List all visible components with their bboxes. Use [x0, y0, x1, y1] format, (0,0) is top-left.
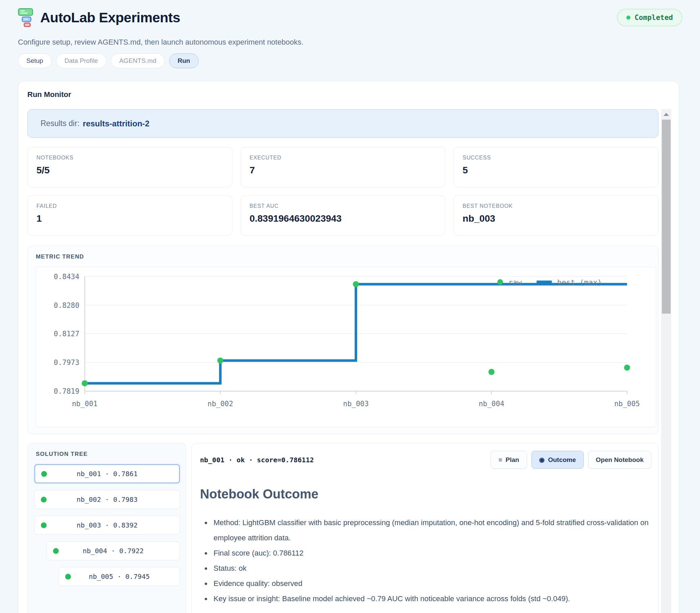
- stat-label: EXECUTED: [250, 155, 436, 161]
- stat-value: 7: [250, 165, 436, 176]
- app-header: AutoLab Experiments: [18, 8, 180, 27]
- svg-text:nb_001: nb_001: [72, 400, 98, 408]
- tab-data-profile[interactable]: Data Profile: [56, 53, 106, 68]
- stat-label: FAILED: [37, 203, 223, 209]
- stats-grid: NOTEBOOKS5/5EXECUTED7SUCCESS5FAILED1BEST…: [27, 147, 658, 236]
- plan-button[interactable]: ≡Plan: [490, 451, 527, 469]
- success-dot-icon: [41, 522, 47, 528]
- app-logo-icon: [18, 8, 34, 27]
- stat-label: BEST AUC: [250, 203, 436, 209]
- results-dir-banner: Results dir: results-attrition-2: [27, 109, 658, 138]
- detail-button-row: ≡Plan◉OutcomeOpen Notebook: [490, 451, 651, 469]
- page-title: AutoLab Experiments: [40, 10, 180, 26]
- success-dot-icon: [41, 471, 47, 477]
- scrollbar-thumb[interactable]: [662, 120, 671, 314]
- stat-card-best-auc: BEST AUC0.8391964630023943: [240, 195, 446, 236]
- tree-item-label: nb_004 · 0.7922: [83, 547, 144, 555]
- tree-item-label: nb_003 · 0.8392: [77, 521, 138, 529]
- metric-trend-plot: 0.84340.82800.81270.79730.7819nb_001nb_0…: [36, 266, 657, 427]
- status-badge: Completed: [617, 9, 683, 26]
- outcome-button[interactable]: ◉Outcome: [531, 451, 584, 469]
- solution-tree-list: nb_001 · 0.7861nb_002 · 0.7983nb_003 · 0…: [35, 464, 180, 593]
- run-monitor-title: Run Monitor: [27, 90, 71, 99]
- stat-value: 5: [462, 165, 649, 176]
- tree-item-nb-004[interactable]: nb_004 · 0.7922: [47, 542, 180, 560]
- stat-value: 5/5: [37, 165, 223, 176]
- open-notebook-button[interactable]: Open Notebook: [588, 451, 651, 469]
- legend-raw-icon: [497, 279, 503, 285]
- stat-card-best-notebook: BEST NOTEBOOKnb_003: [453, 195, 658, 236]
- outcome-bullet: Key issue or insight: Baseline model ach…: [211, 591, 651, 606]
- metric-trend-svg: 0.84340.82800.81270.79730.7819nb_001nb_0…: [36, 267, 656, 427]
- stat-value: 1: [37, 213, 223, 224]
- autolab-page: AutoLab Experiments Completed Configure …: [0, 0, 700, 613]
- outcome-icon: ◉: [539, 456, 545, 464]
- button-label: Plan: [505, 456, 519, 464]
- scrollbar[interactable]: [661, 109, 671, 613]
- page-subtitle: Configure setup, review AGENTS.md, then …: [18, 38, 303, 47]
- tree-item-label: nb_005 · 0.7945: [89, 572, 150, 581]
- status-dot-icon: [626, 15, 630, 19]
- outcome-bullet-list: Method: LightGBM classifier with basic p…: [200, 515, 651, 606]
- stat-value: nb_003: [462, 213, 649, 224]
- run-monitor-card: Run Monitor Results dir: results-attriti…: [18, 81, 679, 613]
- button-label: Open Notebook: [596, 456, 644, 464]
- tree-item-nb-002[interactable]: nb_002 · 0.7983: [35, 490, 180, 509]
- plan-icon: ≡: [498, 456, 502, 464]
- svg-text:0.8434: 0.8434: [54, 273, 79, 281]
- svg-text:0.7973: 0.7973: [54, 358, 79, 367]
- scrollbar-up-button[interactable]: [661, 109, 671, 119]
- svg-text:0.8127: 0.8127: [54, 330, 79, 338]
- stat-value: 0.8391964630023943: [250, 213, 436, 224]
- svg-text:nb_005: nb_005: [614, 400, 640, 408]
- stat-label: SUCCESS: [462, 155, 649, 161]
- stat-label: NOTEBOOKS: [37, 155, 223, 161]
- stat-card-notebooks: NOTEBOOKS5/5: [27, 147, 233, 187]
- success-dot-icon: [53, 548, 59, 554]
- success-dot-icon: [41, 497, 47, 503]
- tab-run[interactable]: Run: [169, 53, 199, 68]
- solution-tree-title: SOLUTION TREE: [36, 451, 88, 458]
- metric-trend-panel: METRIC TREND 0.84340.82800.81270.79730.7…: [27, 246, 658, 434]
- svg-text:0.8280: 0.8280: [54, 301, 79, 310]
- notebook-detail-panel: nb_001 · ok · score=0.786112 ≡Plan◉Outco…: [191, 443, 658, 613]
- tree-item-label: nb_002 · 0.7983: [77, 495, 138, 504]
- svg-text:nb_003: nb_003: [343, 400, 369, 408]
- success-dot-icon: [65, 574, 71, 579]
- scroll-up-arrow-icon: [663, 113, 669, 116]
- metric-trend-title: METRIC TREND: [36, 253, 84, 260]
- tab-agents-md[interactable]: AGENTS.md: [111, 53, 165, 68]
- detail-header-row: nb_001 · ok · score=0.786112 ≡Plan◉Outco…: [200, 451, 651, 469]
- stat-card-success: SUCCESS5: [453, 147, 658, 187]
- solution-tree-panel: SOLUTION TREE nb_001 · 0.7861nb_002 · 0.…: [27, 443, 186, 613]
- button-label: Outcome: [548, 456, 576, 464]
- svg-text:raw: raw: [508, 278, 521, 287]
- results-dir-value: results-attrition-2: [83, 119, 149, 128]
- detail-title: nb_001 · ok · score=0.786112: [200, 456, 314, 464]
- svg-text:best (max): best (max): [557, 278, 602, 287]
- results-dir-label: Results dir:: [41, 119, 79, 128]
- svg-text:0.7819: 0.7819: [54, 387, 79, 395]
- tree-item-nb-005[interactable]: nb_005 · 0.7945: [59, 567, 180, 586]
- tree-item-nb-001[interactable]: nb_001 · 0.7861: [35, 464, 180, 483]
- outcome-heading: Notebook Outcome: [200, 487, 651, 501]
- outcome-bullet: Status: ok: [211, 561, 651, 576]
- svg-text:nb_004: nb_004: [479, 400, 504, 408]
- status-badge-label: Completed: [634, 14, 673, 22]
- tab-setup[interactable]: Setup: [18, 53, 52, 68]
- tree-item-label: nb_001 · 0.7861: [77, 470, 138, 478]
- stat-card-failed: FAILED1: [27, 195, 233, 236]
- outcome-bullet: Final score (auc): 0.786112: [211, 545, 651, 561]
- outcome-bullet: Evidence quality: observed: [211, 576, 651, 591]
- stat-label: BEST NOTEBOOK: [462, 203, 649, 209]
- tree-item-nb-003[interactable]: nb_003 · 0.8392: [35, 516, 180, 535]
- svg-text:nb_002: nb_002: [208, 400, 233, 408]
- stat-card-executed: EXECUTED7: [240, 147, 446, 187]
- tab-bar: SetupData ProfileAGENTS.mdRun: [18, 53, 199, 68]
- outcome-bullet: Method: LightGBM classifier with basic p…: [211, 515, 651, 545]
